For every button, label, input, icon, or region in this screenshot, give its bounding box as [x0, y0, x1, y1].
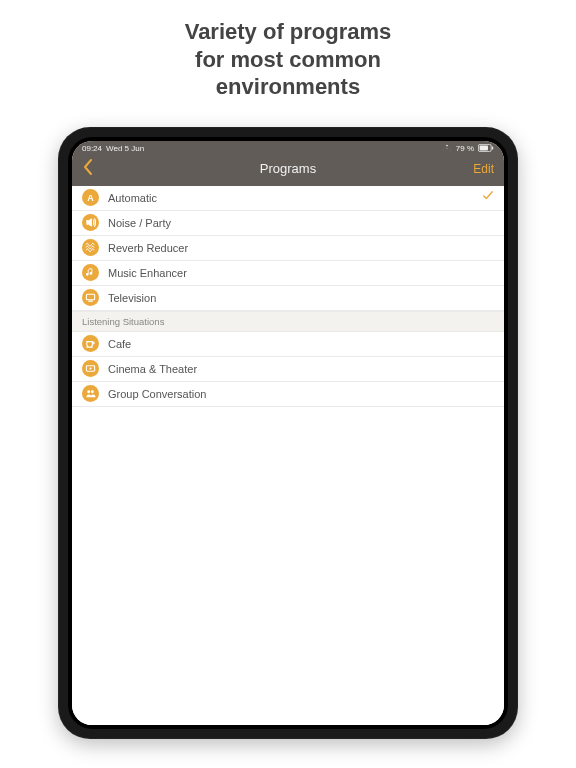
battery-icon: [478, 144, 494, 152]
nav-bar: Programs Edit: [72, 156, 504, 186]
edit-button[interactable]: Edit: [444, 162, 494, 176]
situation-label: Cinema & Theater: [108, 363, 494, 375]
svg-point-5: [89, 367, 91, 369]
status-time: 09:24: [82, 144, 102, 153]
sound-icon: [82, 214, 99, 231]
tablet-bezel: 09:24 Wed 5 Jun 79 %: [68, 137, 508, 729]
tablet-device-frame: 09:24 Wed 5 Jun 79 %: [58, 127, 518, 739]
program-label: Music Enhancer: [108, 267, 494, 279]
program-row-television[interactable]: Television: [72, 286, 504, 311]
situation-row-cafe[interactable]: Cafe: [72, 332, 504, 357]
situation-row-group[interactable]: Group Conversation: [72, 382, 504, 407]
status-right: 79 %: [442, 144, 494, 153]
program-label: Noise / Party: [108, 217, 494, 229]
status-date: Wed 5 Jun: [106, 144, 144, 153]
automatic-icon: A: [82, 189, 99, 206]
chevron-left-icon: [82, 159, 94, 179]
program-row-reverb[interactable]: Reverb Reducer: [72, 236, 504, 261]
programs-list: A Automatic Noise / Party R: [72, 186, 504, 725]
tv-icon: [82, 289, 99, 306]
program-row-noise-party[interactable]: Noise / Party: [72, 211, 504, 236]
cup-icon: [82, 335, 99, 352]
status-left: 09:24 Wed 5 Jun: [82, 144, 144, 153]
svg-point-6: [87, 390, 90, 393]
check-icon: [482, 190, 494, 205]
svg-rect-2: [492, 146, 493, 149]
program-label: Television: [108, 292, 494, 304]
headline-line-2: for most common: [185, 46, 392, 74]
section-header: Listening Situations: [72, 311, 504, 332]
headline-line-1: Variety of programs: [185, 18, 392, 46]
svg-rect-1: [480, 146, 488, 151]
program-row-music[interactable]: Music Enhancer: [72, 261, 504, 286]
situation-row-cinema[interactable]: Cinema & Theater: [72, 357, 504, 382]
group-icon: [82, 385, 99, 402]
situation-label: Group Conversation: [108, 388, 494, 400]
tablet-screen: 09:24 Wed 5 Jun 79 %: [72, 141, 504, 725]
status-bar: 09:24 Wed 5 Jun 79 %: [72, 141, 504, 156]
page-title: Programs: [132, 161, 444, 176]
svg-rect-3: [86, 294, 94, 300]
program-row-automatic[interactable]: A Automatic: [72, 186, 504, 211]
svg-point-7: [91, 390, 94, 393]
music-icon: [82, 264, 99, 281]
marketing-headline: Variety of programs for most common envi…: [185, 18, 392, 101]
ticket-icon: [82, 360, 99, 377]
program-label: Automatic: [108, 192, 482, 204]
back-button[interactable]: [82, 159, 132, 179]
situation-label: Cafe: [108, 338, 494, 350]
program-label: Reverb Reducer: [108, 242, 494, 254]
battery-text: 79 %: [456, 144, 474, 153]
section-header-label: Listening Situations: [82, 316, 164, 327]
headline-line-3: environments: [185, 73, 392, 101]
reverb-icon: [82, 239, 99, 256]
wifi-icon: [442, 144, 452, 152]
